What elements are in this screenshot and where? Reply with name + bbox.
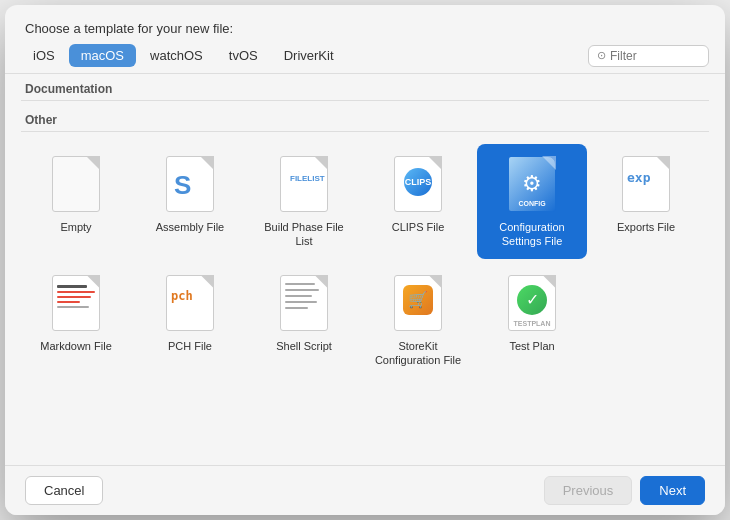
tab-driverkit[interactable]: DriverKit: [272, 44, 346, 67]
shell-label: Shell Script: [276, 339, 332, 353]
dialog-footer: Cancel Previous Next: [5, 465, 725, 515]
pch-file-icon: pch: [166, 275, 214, 331]
grid-item-assembly[interactable]: S Assembly File: [135, 144, 245, 259]
grid-item-storekit[interactable]: 🛒 StoreKit Configuration File: [363, 263, 473, 378]
pch-label: PCH File: [168, 339, 212, 353]
empty-file-icon: [52, 156, 100, 212]
exports-label: Exports File: [617, 220, 675, 234]
new-file-dialog: Choose a template for your new file: iOS…: [5, 5, 725, 515]
grid-item-clips[interactable]: CLIPS CLIPS File: [363, 144, 473, 259]
clips-file-icon: CLIPS: [394, 156, 442, 212]
tab-tvos[interactable]: tvOS: [217, 44, 270, 67]
grid-item-shell[interactable]: Shell Script: [249, 263, 359, 378]
grid-item-exports[interactable]: exp Exports File: [591, 144, 701, 259]
tabs-row: iOS macOS watchOS tvOS DriverKit ⊙: [5, 44, 725, 74]
grid-item-config[interactable]: ⚙ CONFIG Configuration Settings File: [477, 144, 587, 259]
grid-item-build-phase[interactable]: FILELIST Build Phase File List: [249, 144, 359, 259]
markdown-file-icon: [52, 275, 100, 331]
previous-button[interactable]: Previous: [544, 476, 633, 505]
tab-watchos[interactable]: watchOS: [138, 44, 215, 67]
grid-item-testplan[interactable]: ✓ TESTPLAN Test Plan: [477, 263, 587, 378]
assembly-label: Assembly File: [156, 220, 224, 234]
filter-box[interactable]: ⊙: [588, 45, 709, 67]
testplan-file-icon: ✓ TESTPLAN: [508, 275, 556, 331]
filter-icon: ⊙: [597, 49, 606, 62]
section-other: Other: [21, 105, 709, 132]
tab-macos[interactable]: macOS: [69, 44, 136, 67]
section-documentation: Documentation: [21, 74, 709, 101]
footer-nav: Previous Next: [544, 476, 705, 505]
build-phase-label: Build Phase File List: [257, 220, 351, 249]
storekit-label: StoreKit Configuration File: [371, 339, 465, 368]
markdown-label: Markdown File: [40, 339, 112, 353]
tab-ios[interactable]: iOS: [21, 44, 67, 67]
empty-label: Empty: [60, 220, 91, 234]
grid-item-empty[interactable]: Empty: [21, 144, 131, 259]
testplan-label: Test Plan: [509, 339, 554, 353]
filter-input[interactable]: [610, 49, 700, 63]
grid-item-markdown[interactable]: Markdown File: [21, 263, 131, 378]
config-file-icon: ⚙ CONFIG: [508, 156, 556, 212]
shell-file-icon: [280, 275, 328, 331]
cancel-button[interactable]: Cancel: [25, 476, 103, 505]
grid-item-pch[interactable]: pch PCH File: [135, 263, 245, 378]
next-button[interactable]: Next: [640, 476, 705, 505]
build-file-icon: FILELIST: [280, 156, 328, 212]
file-type-grid: Empty S Assembly File: [21, 136, 709, 385]
config-label: Configuration Settings File: [485, 220, 579, 249]
dialog-title: Choose a template for your new file:: [5, 5, 725, 44]
content-area: Documentation Other Empty: [5, 74, 725, 465]
assembly-file-icon: S: [166, 156, 214, 212]
exports-file-icon: exp: [622, 156, 670, 212]
clips-label: CLIPS File: [392, 220, 445, 234]
storekit-file-icon: 🛒: [394, 275, 442, 331]
